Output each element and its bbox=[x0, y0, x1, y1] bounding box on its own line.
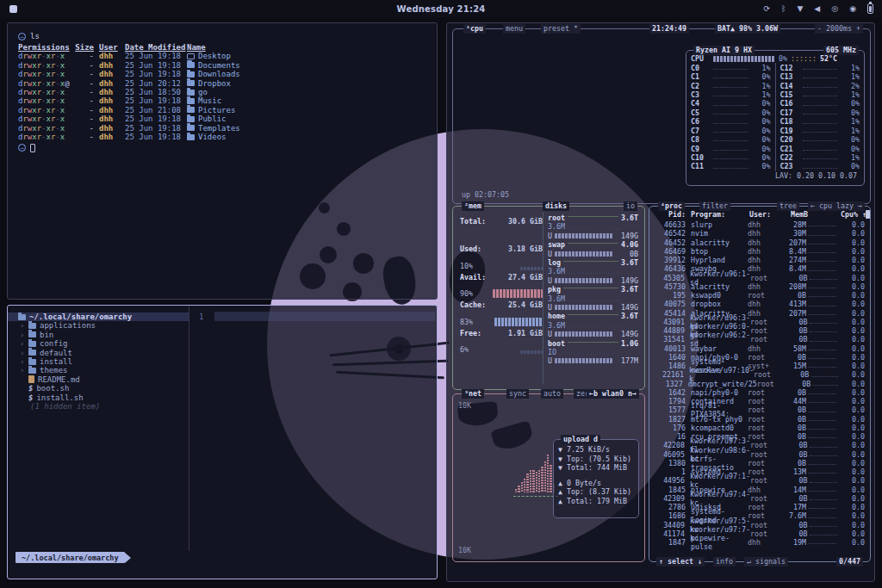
process-row[interactable]: 44889 kworker/u96:0-gf root 0B 0.0 bbox=[653, 326, 865, 335]
proc-scrollbar[interactable] bbox=[866, 210, 870, 219]
ls-header-row: Permissions Size User Date Modified Name bbox=[18, 43, 426, 52]
update-icon[interactable]: ⟳ bbox=[763, 0, 770, 17]
process-row[interactable]: 45414 alacritty dhh 207M 0.0 bbox=[653, 309, 865, 318]
tree-item-label: bin bbox=[40, 331, 53, 339]
process-row[interactable]: 1847 pipewire-pulse dhh 19M 0.0 bbox=[653, 538, 865, 547]
process-row[interactable]: 1686 systemd-logind root 7.6M 0.0 bbox=[653, 511, 865, 520]
interface-selector[interactable]: ←b wlan0 n→ bbox=[587, 389, 639, 399]
process-pid: 1 bbox=[653, 467, 686, 476]
process-user: dhh bbox=[748, 238, 779, 247]
volume-icon[interactable]: ◀ bbox=[814, 0, 820, 17]
download-stat-row: ▼ Top: (70.5 Kib) bbox=[554, 455, 638, 464]
process-pid: 45414 bbox=[653, 309, 686, 318]
process-row[interactable]: 42309 kworker/u97:4-kc root 0B 0.0 bbox=[653, 494, 865, 503]
process-row[interactable]: 46452 alacritty dhh 207M 0.0 bbox=[653, 238, 865, 247]
signals-hint[interactable]: ↵ signals bbox=[744, 557, 788, 566]
battery-icon[interactable] bbox=[867, 3, 873, 14]
tree-item[interactable]: README.md bbox=[8, 375, 189, 384]
process-user: root bbox=[750, 441, 780, 449]
process-row[interactable]: 2786 udisksd root 17M 0.0 bbox=[653, 503, 865, 511]
wifi-icon[interactable]: ▼ bbox=[797, 0, 803, 17]
tree-item[interactable]: › bin bbox=[8, 331, 189, 339]
process-row[interactable]: 195 kswapd0 root 0B 0.0 bbox=[653, 291, 865, 300]
process-row[interactable]: 42208 kworker/u97:3-fl root 0B 0.0 bbox=[653, 441, 865, 449]
tree-item[interactable]: › themes bbox=[8, 366, 189, 374]
process-row[interactable]: 46469 btop dhh 8.4M 0.0 bbox=[653, 247, 865, 256]
process-row[interactable]: 45730 alacritty dhh 208M 0.0 bbox=[653, 282, 865, 291]
process-row[interactable]: 1642 napi/phy0-0 root 0B 0.0 bbox=[653, 388, 865, 397]
bluetooth-icon[interactable]: ᛒ bbox=[781, 0, 786, 17]
tree-item[interactable]: $ boot.sh bbox=[8, 384, 189, 393]
folder-icon bbox=[187, 125, 195, 131]
process-row[interactable]: 44956 kworker/u97:1-kc root 0B 0.0 bbox=[653, 476, 865, 485]
tree-item-label: config bbox=[40, 339, 68, 348]
core-row: C5 0% bbox=[686, 108, 775, 117]
process-row[interactable]: 176 kcompactd0 root 0B 0.0 bbox=[653, 424, 865, 432]
core-row: C19 1% bbox=[776, 127, 865, 135]
recorder-icon[interactable]: ◎ bbox=[831, 0, 838, 17]
download-arrow-icon: ▼ bbox=[558, 455, 567, 463]
disk-used-row: U 177M bbox=[548, 356, 638, 365]
ls-name: Documents bbox=[187, 61, 426, 70]
graph-bar bbox=[530, 470, 531, 492]
process-row[interactable]: 1794 containerd root 44M 0.0 bbox=[653, 397, 865, 405]
process-row[interactable]: 46436 swaybg dhh 8.4M 0.0 bbox=[653, 264, 865, 273]
process-row[interactable]: 46095 kworker/u98:6-kc root 0B 0.0 bbox=[653, 450, 865, 459]
process-row[interactable]: 1486 systemd-resolve syst+ 15M 0.0 bbox=[653, 362, 865, 370]
process-row[interactable]: 40075 dropbox dhh 413M 0.0 bbox=[653, 300, 865, 308]
process-row[interactable]: 1 systemd root 13M 0.0 bbox=[653, 467, 865, 476]
preset-button[interactable]: preset * bbox=[541, 24, 581, 34]
ls-name: Pictures bbox=[187, 106, 426, 115]
io-toggle[interactable]: io bbox=[624, 201, 637, 211]
process-row[interactable]: 16 rcu_preempt root 0B 0.0 bbox=[653, 432, 865, 441]
tree-item[interactable]: $ install.sh bbox=[8, 393, 189, 402]
process-user: root bbox=[748, 397, 779, 405]
mem-stat-label: Used: bbox=[460, 244, 481, 253]
process-row[interactable]: 40013 waybar dhh 58M 0.0 bbox=[653, 344, 865, 353]
process-row[interactable]: 1577 irq/81-PIXA3854: root 0B 0.0 bbox=[653, 405, 865, 414]
process-pid: 44889 bbox=[653, 326, 685, 335]
process-row[interactable]: 39912 Hyprland dhh 274M 0.0 bbox=[653, 256, 865, 264]
pane-divider[interactable] bbox=[189, 306, 189, 551]
folder-icon bbox=[187, 62, 195, 68]
process-row[interactable]: 1327 dmcrypt_write/25 root 0B 0.0 bbox=[653, 380, 865, 388]
process-row[interactable]: 34409 kworker/u97:5-kc root 0B 0.0 bbox=[653, 521, 865, 529]
sync-toggle[interactable]: sync bbox=[506, 389, 529, 399]
editor-window[interactable]: ~/.local/share/omarchy › applications › … bbox=[7, 305, 438, 579]
graph-bar bbox=[538, 470, 540, 492]
process-row[interactable]: 43091 kworker/u96:3-gf root 0B 0.0 bbox=[653, 318, 865, 326]
process-row[interactable]: 22161 kworker/u97:10-k root 0B 0.0 bbox=[653, 370, 865, 379]
select-hint[interactable]: ↑ select ↓ bbox=[656, 557, 705, 566]
process-cpu: 0.0 bbox=[839, 424, 865, 432]
tree-item[interactable]: › install bbox=[8, 357, 189, 366]
process-row[interactable]: 1640 napi/phy0-0 root 0B 0.0 bbox=[653, 353, 865, 362]
process-row[interactable]: 1380 btrfs-transactio root 0B 0.0 bbox=[653, 459, 865, 467]
prompt-row-empty[interactable]: → bbox=[18, 143, 426, 152]
folder-icon bbox=[187, 134, 195, 140]
disks-title[interactable]: disks bbox=[543, 201, 569, 211]
process-row[interactable]: 1827 mt76-tx phy0 root 0B 0.0 bbox=[653, 415, 865, 424]
ls-user: dhh bbox=[99, 106, 125, 115]
process-row[interactable]: 41174 kworker/u97:7-kc root 0B 0.0 bbox=[653, 529, 865, 538]
system-monitor-window[interactable]: ¹cpu menu preset * 21:24:49 BAT▲ 98% 3.0… bbox=[446, 22, 875, 582]
menu-button[interactable]: menu bbox=[503, 24, 525, 34]
auto-toggle[interactable]: auto bbox=[541, 389, 563, 399]
disk-entry: pkg 3.6T 3.6M U 149G bbox=[548, 285, 638, 312]
idle-inhibitor-icon[interactable]: ◉ bbox=[849, 0, 856, 17]
process-row[interactable]: 45305 kworker/u96:1-sd root 0B 0.0 bbox=[653, 274, 865, 282]
tree-item-label: default bbox=[40, 349, 72, 357]
process-row[interactable]: 46633 slurp dhh 28M 0.0 bbox=[653, 220, 865, 229]
process-row[interactable]: 46542 nvim dhh 30M 0.0 bbox=[653, 229, 865, 238]
process-mem: 8.4M bbox=[779, 264, 806, 273]
tree-root-item[interactable]: ~/.local/share/omarchy bbox=[8, 313, 189, 321]
terminal-window[interactable]: → ls Permissions Size User Date Modified… bbox=[7, 22, 438, 300]
process-row[interactable]: 31541 kworker/u96:2-sd root 0B 0.0 bbox=[653, 335, 865, 344]
tree-item[interactable]: › applications bbox=[8, 321, 189, 330]
info-hint[interactable]: info bbox=[713, 557, 736, 566]
tree-item[interactable]: › default bbox=[8, 349, 189, 357]
process-row[interactable]: 1845 pipewire dhh 14M 0.0 bbox=[653, 486, 865, 494]
refresh-interval-control[interactable]: - 2000ms + bbox=[815, 24, 863, 34]
process-pid: 1686 bbox=[653, 511, 686, 520]
upload-stat-row: ▲ Top: (8.37 Kib) bbox=[554, 487, 638, 497]
tree-item[interactable]: › config bbox=[8, 339, 189, 348]
